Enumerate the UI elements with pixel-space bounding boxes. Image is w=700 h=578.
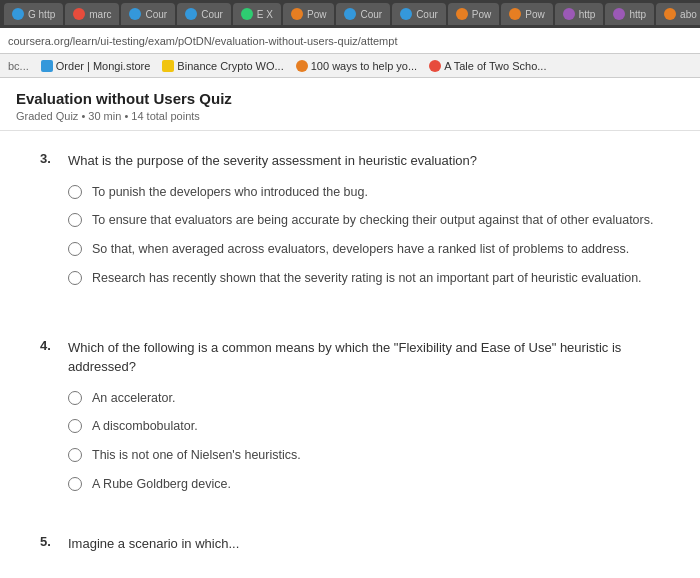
tab-pow1[interactable]: Pow <box>283 3 334 25</box>
tab-icon-cour3 <box>344 8 356 20</box>
tab-marc[interactable]: marc <box>65 3 119 25</box>
q3-option-4-label: Research has recently shown that the sev… <box>92 269 642 288</box>
bookmark-label-tale: A Tale of Two Scho... <box>444 60 546 72</box>
tab-cour3[interactable]: Cour <box>336 3 390 25</box>
tab-pow3[interactable]: Pow <box>501 3 552 25</box>
tab-cour1[interactable]: Cour <box>121 3 175 25</box>
bookmark-icon-100ways <box>296 60 308 72</box>
bookmark-icon-binance <box>162 60 174 72</box>
bookmark-label-binance: Binance Crypto WO... <box>177 60 283 72</box>
bookmark-icon-order <box>41 60 53 72</box>
q3-option-4[interactable]: Research has recently shown that the sev… <box>68 269 660 288</box>
q4-option-2-label: A discombobulator. <box>92 417 198 436</box>
question-divider-2 <box>0 504 700 524</box>
q3-radio-1[interactable] <box>68 185 82 199</box>
question-5-number: 5. <box>40 534 60 554</box>
q4-option-1[interactable]: An accelerator. <box>68 389 660 408</box>
question-divider <box>0 298 700 318</box>
tab-icon-cour2 <box>185 8 197 20</box>
question-4-block: 4. Which of the following is a common me… <box>0 318 700 504</box>
bookmark-label-order: Order | Mongi.store <box>56 60 151 72</box>
question-5-text: Imagine a scenario in which... <box>68 534 239 554</box>
bookmark-tale[interactable]: A Tale of Two Scho... <box>429 60 546 72</box>
tab-cour2[interactable]: Cour <box>177 3 231 25</box>
bookmark-label-prefix: bc... <box>8 60 29 72</box>
q3-radio-2[interactable] <box>68 213 82 227</box>
bookmark-icon-tale <box>429 60 441 72</box>
tab-icon-g <box>12 8 24 20</box>
tab-icon-marc <box>73 8 85 20</box>
tab-icon-http1 <box>563 8 575 20</box>
q3-option-1[interactable]: To punish the developers who introduced … <box>68 183 660 202</box>
tab-http2[interactable]: http <box>605 3 654 25</box>
quiz-title: Evaluation without Users Quiz <box>16 90 684 107</box>
tab-icon-pow3 <box>509 8 521 20</box>
question-3-block: 3. What is the purpose of the severity a… <box>0 131 700 298</box>
browser-tabs: G http marc Cour Cour E X Pow Cour Cour … <box>0 0 700 28</box>
q4-radio-3[interactable] <box>68 448 82 462</box>
tab-icon-http2 <box>613 8 625 20</box>
q4-option-3-label: This is not one of Nielsen's heuristics. <box>92 446 301 465</box>
tab-icon-ex <box>241 8 253 20</box>
question-3-options: To punish the developers who introduced … <box>68 183 660 288</box>
tab-icon-cour1 <box>129 8 141 20</box>
q4-radio-4[interactable] <box>68 477 82 491</box>
tab-g[interactable]: G http <box>4 3 63 25</box>
q3-option-3[interactable]: So that, when averaged across evaluators… <box>68 240 660 259</box>
q4-option-1-label: An accelerator. <box>92 389 175 408</box>
q3-option-2[interactable]: To ensure that evaluators are being accu… <box>68 211 660 230</box>
tab-abo[interactable]: abo <box>656 3 700 25</box>
tab-icon-pow1 <box>291 8 303 20</box>
q3-option-3-label: So that, when averaged across evaluators… <box>92 240 629 259</box>
tab-icon-cour4 <box>400 8 412 20</box>
address-bar[interactable]: coursera.org/learn/ui-testing/exam/pOtDN… <box>0 28 700 54</box>
tab-cour4[interactable]: Cour <box>392 3 446 25</box>
question-3-text: What is the purpose of the severity asse… <box>68 151 477 171</box>
url-display: coursera.org/learn/ui-testing/exam/pOtDN… <box>8 35 397 47</box>
tab-pow2[interactable]: Pow <box>448 3 499 25</box>
question-4-number: 4. <box>40 338 60 377</box>
q3-option-1-label: To punish the developers who introduced … <box>92 183 368 202</box>
question-3-number: 3. <box>40 151 60 171</box>
quiz-meta: Graded Quiz • 30 min • 14 total points <box>16 110 684 122</box>
bookmark-order[interactable]: Order | Mongi.store <box>41 60 151 72</box>
tab-icon-pow2 <box>456 8 468 20</box>
q4-radio-2[interactable] <box>68 419 82 433</box>
page-content: Evaluation without Users Quiz Graded Qui… <box>0 78 700 578</box>
tab-icon-abo <box>664 8 676 20</box>
q4-option-4-label: A Rube Goldberg device. <box>92 475 231 494</box>
q4-option-4[interactable]: A Rube Goldberg device. <box>68 475 660 494</box>
question-4-text: Which of the following is a common means… <box>68 338 660 377</box>
bookmark-label-100ways: 100 ways to help yo... <box>311 60 417 72</box>
tab-http1[interactable]: http <box>555 3 604 25</box>
q3-radio-3[interactable] <box>68 242 82 256</box>
question-3-row: 3. What is the purpose of the severity a… <box>40 151 660 171</box>
bookmarks-bar: bc... Order | Mongi.store Binance Crypto… <box>0 54 700 78</box>
q4-option-3[interactable]: This is not one of Nielsen's heuristics. <box>68 446 660 465</box>
question-5-stub: 5. Imagine a scenario in which... <box>0 524 700 564</box>
quiz-header: Evaluation without Users Quiz Graded Qui… <box>0 78 700 131</box>
tab-ex[interactable]: E X <box>233 3 281 25</box>
question-4-row: 4. Which of the following is a common me… <box>40 338 660 377</box>
bookmark-binance[interactable]: Binance Crypto WO... <box>162 60 283 72</box>
bookmark-100ways[interactable]: 100 ways to help yo... <box>296 60 417 72</box>
q4-radio-1[interactable] <box>68 391 82 405</box>
q3-radio-4[interactable] <box>68 271 82 285</box>
q3-option-2-label: To ensure that evaluators are being accu… <box>92 211 653 230</box>
q4-option-2[interactable]: A discombobulator. <box>68 417 660 436</box>
question-4-options: An accelerator. A discombobulator. This … <box>68 389 660 494</box>
